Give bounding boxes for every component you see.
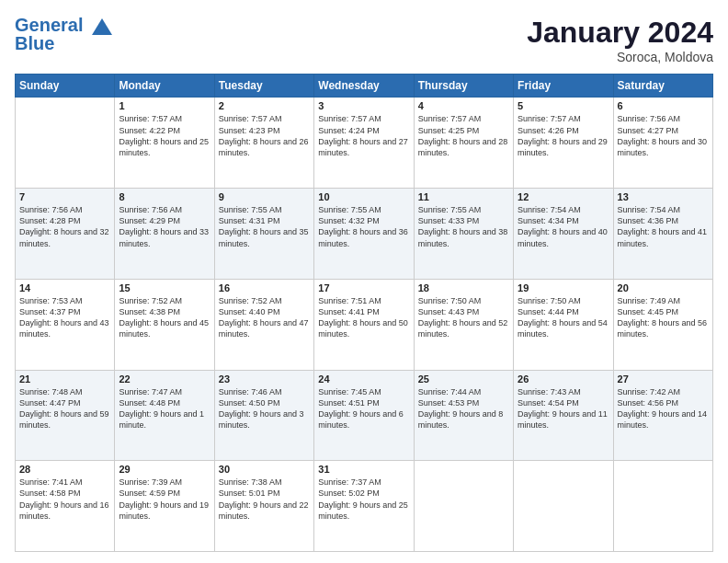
day-info: Sunrise: 7:57 AM Sunset: 4:25 PM Dayligh… — [418, 113, 509, 158]
day-number: 11 — [418, 191, 509, 202]
day-number: 25 — [418, 373, 509, 385]
cell-4-4 — [414, 461, 513, 552]
header-sunday: Sunday — [16, 75, 115, 98]
day-info: Sunrise: 7:56 AM Sunset: 4:29 PM Dayligh… — [119, 204, 210, 249]
day-info: Sunrise: 7:56 AM Sunset: 4:27 PM Dayligh… — [618, 113, 709, 158]
day-info: Sunrise: 7:56 AM Sunset: 4:28 PM Dayligh… — [19, 204, 110, 249]
day-number: 7 — [19, 191, 110, 202]
cell-2-4: 18 Sunrise: 7:50 AM Sunset: 4:43 PM Dayl… — [414, 279, 513, 370]
day-info: Sunrise: 7:50 AM Sunset: 4:43 PM Dayligh… — [418, 295, 509, 340]
day-info: Sunrise: 7:54 AM Sunset: 4:36 PM Dayligh… — [618, 204, 709, 249]
header-wednesday: Wednesday — [314, 75, 414, 98]
day-number: 26 — [518, 373, 609, 385]
day-number: 30 — [219, 464, 310, 475]
day-number: 2 — [219, 100, 310, 111]
cell-2-0: 14 Sunrise: 7:53 AM Sunset: 4:37 PM Dayl… — [16, 279, 115, 370]
logo-general: General — [15, 15, 83, 35]
day-info: Sunrise: 7:55 AM Sunset: 4:31 PM Dayligh… — [219, 204, 310, 249]
day-number: 12 — [518, 191, 609, 202]
day-number: 17 — [318, 282, 409, 293]
cell-4-3: 31 Sunrise: 7:37 AM Sunset: 5:02 PM Dayl… — [314, 461, 414, 552]
day-number: 28 — [19, 464, 110, 475]
cell-4-6 — [613, 461, 712, 552]
day-number: 15 — [119, 282, 210, 293]
cell-3-2: 23 Sunrise: 7:46 AM Sunset: 4:50 PM Dayl… — [214, 370, 313, 461]
cell-3-3: 24 Sunrise: 7:45 AM Sunset: 4:51 PM Dayl… — [314, 370, 414, 461]
cell-0-4: 4 Sunrise: 7:57 AM Sunset: 4:25 PM Dayli… — [414, 98, 513, 189]
day-number: 22 — [119, 373, 210, 385]
cell-2-1: 15 Sunrise: 7:52 AM Sunset: 4:38 PM Dayl… — [115, 279, 214, 370]
cell-4-0: 28 Sunrise: 7:41 AM Sunset: 4:58 PM Dayl… — [16, 461, 115, 552]
cell-0-5: 5 Sunrise: 7:57 AM Sunset: 4:26 PM Dayli… — [514, 98, 613, 189]
cell-3-1: 22 Sunrise: 7:47 AM Sunset: 4:48 PM Dayl… — [115, 370, 214, 461]
day-number: 18 — [418, 282, 509, 293]
day-info: Sunrise: 7:47 AM Sunset: 4:48 PM Dayligh… — [119, 386, 210, 431]
day-number: 10 — [318, 191, 409, 202]
cell-1-0: 7 Sunrise: 7:56 AM Sunset: 4:28 PM Dayli… — [16, 189, 115, 280]
header-thursday: Thursday — [414, 75, 513, 98]
day-number: 21 — [19, 373, 110, 385]
day-info: Sunrise: 7:52 AM Sunset: 4:38 PM Dayligh… — [119, 295, 210, 340]
week-row-2: 14 Sunrise: 7:53 AM Sunset: 4:37 PM Dayl… — [16, 279, 713, 370]
main-title: January 2024 — [527, 15, 713, 50]
cell-3-5: 26 Sunrise: 7:43 AM Sunset: 4:54 PM Dayl… — [514, 370, 613, 461]
day-info: Sunrise: 7:44 AM Sunset: 4:53 PM Dayligh… — [418, 386, 509, 431]
cell-0-6: 6 Sunrise: 7:56 AM Sunset: 4:27 PM Dayli… — [613, 98, 712, 189]
week-row-3: 21 Sunrise: 7:48 AM Sunset: 4:47 PM Dayl… — [16, 370, 713, 461]
day-number: 5 — [518, 100, 609, 111]
cell-4-5 — [514, 461, 613, 552]
day-info: Sunrise: 7:54 AM Sunset: 4:34 PM Dayligh… — [518, 204, 609, 249]
day-info: Sunrise: 7:57 AM Sunset: 4:22 PM Dayligh… — [119, 113, 210, 158]
cell-3-6: 27 Sunrise: 7:42 AM Sunset: 4:56 PM Dayl… — [613, 370, 712, 461]
day-info: Sunrise: 7:41 AM Sunset: 4:58 PM Dayligh… — [19, 477, 110, 522]
cell-4-1: 29 Sunrise: 7:39 AM Sunset: 4:59 PM Dayl… — [115, 461, 214, 552]
page-container: General Blue January 2024 Soroca, Moldov… — [0, 0, 728, 563]
day-number: 27 — [618, 373, 709, 385]
cell-0-2: 2 Sunrise: 7:57 AM Sunset: 4:23 PM Dayli… — [214, 98, 313, 189]
day-number: 13 — [618, 191, 709, 202]
cell-0-1: 1 Sunrise: 7:57 AM Sunset: 4:22 PM Dayli… — [115, 98, 214, 189]
day-number: 29 — [119, 464, 210, 475]
svg-marker-0 — [92, 18, 112, 35]
cell-0-0 — [16, 98, 115, 189]
day-number: 9 — [219, 191, 310, 202]
calendar-table: Sunday Monday Tuesday Wednesday Thursday… — [15, 74, 713, 552]
week-row-1: 7 Sunrise: 7:56 AM Sunset: 4:28 PM Dayli… — [16, 189, 713, 280]
day-info: Sunrise: 7:52 AM Sunset: 4:40 PM Dayligh… — [219, 295, 310, 340]
day-number: 19 — [518, 282, 609, 293]
day-info: Sunrise: 7:51 AM Sunset: 4:41 PM Dayligh… — [318, 295, 409, 340]
header-monday: Monday — [115, 75, 214, 98]
day-number: 31 — [318, 464, 409, 475]
cell-1-6: 13 Sunrise: 7:54 AM Sunset: 4:36 PM Dayl… — [613, 189, 712, 280]
day-number: 8 — [119, 191, 210, 202]
day-number: 3 — [318, 100, 409, 111]
day-info: Sunrise: 7:57 AM Sunset: 4:23 PM Dayligh… — [219, 113, 310, 158]
week-row-4: 28 Sunrise: 7:41 AM Sunset: 4:58 PM Dayl… — [16, 461, 713, 552]
cell-1-3: 10 Sunrise: 7:55 AM Sunset: 4:32 PM Dayl… — [314, 189, 414, 280]
day-info: Sunrise: 7:38 AM Sunset: 5:01 PM Dayligh… — [219, 477, 310, 522]
cell-0-3: 3 Sunrise: 7:57 AM Sunset: 4:24 PM Dayli… — [314, 98, 414, 189]
day-number: 1 — [119, 100, 210, 111]
logo-icon — [90, 17, 114, 37]
cell-3-4: 25 Sunrise: 7:44 AM Sunset: 4:53 PM Dayl… — [414, 370, 513, 461]
cell-2-5: 19 Sunrise: 7:50 AM Sunset: 4:44 PM Dayl… — [514, 279, 613, 370]
cell-3-0: 21 Sunrise: 7:48 AM Sunset: 4:47 PM Dayl… — [16, 370, 115, 461]
day-info: Sunrise: 7:45 AM Sunset: 4:51 PM Dayligh… — [318, 386, 409, 431]
cell-1-5: 12 Sunrise: 7:54 AM Sunset: 4:34 PM Dayl… — [514, 189, 613, 280]
day-info: Sunrise: 7:46 AM Sunset: 4:50 PM Dayligh… — [219, 386, 310, 431]
day-number: 24 — [318, 373, 409, 385]
header: General Blue January 2024 Soroca, Moldov… — [15, 15, 713, 64]
day-info: Sunrise: 7:55 AM Sunset: 4:33 PM Dayligh… — [418, 204, 509, 249]
day-info: Sunrise: 7:53 AM Sunset: 4:37 PM Dayligh… — [19, 295, 110, 340]
logo: General Blue — [15, 15, 114, 54]
day-number: 16 — [219, 282, 310, 293]
cell-2-6: 20 Sunrise: 7:49 AM Sunset: 4:45 PM Dayl… — [613, 279, 712, 370]
cell-2-2: 16 Sunrise: 7:52 AM Sunset: 4:40 PM Dayl… — [214, 279, 313, 370]
day-number: 4 — [418, 100, 509, 111]
weekday-header-row: Sunday Monday Tuesday Wednesday Thursday… — [16, 75, 713, 98]
day-number: 6 — [618, 100, 709, 111]
cell-1-2: 9 Sunrise: 7:55 AM Sunset: 4:31 PM Dayli… — [214, 189, 313, 280]
header-tuesday: Tuesday — [214, 75, 313, 98]
day-info: Sunrise: 7:39 AM Sunset: 4:59 PM Dayligh… — [119, 477, 210, 522]
day-info: Sunrise: 7:48 AM Sunset: 4:47 PM Dayligh… — [19, 386, 110, 431]
